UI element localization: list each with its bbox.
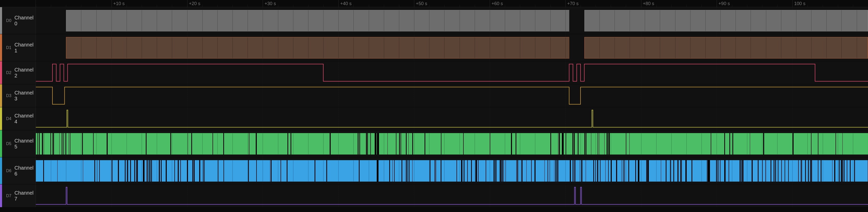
channel-label[interactable]: D0Channel 0 <box>0 7 36 34</box>
signal-transition <box>572 160 573 182</box>
signal-transition <box>57 160 58 182</box>
signal-transition <box>62 133 62 154</box>
signal-transition <box>821 160 822 182</box>
signal-transition <box>178 160 179 182</box>
signal-transition <box>436 160 436 182</box>
signal-transition <box>94 160 95 182</box>
signal-transition <box>549 160 550 182</box>
signal-transition <box>766 160 766 182</box>
signal-transition <box>425 133 426 154</box>
waveform-area[interactable] <box>36 184 868 207</box>
signal-transition <box>566 133 566 154</box>
signal-transition <box>661 160 661 182</box>
signal-transition <box>781 160 782 182</box>
signal-transition <box>686 160 686 182</box>
signal-transition <box>604 133 604 154</box>
waveform-area[interactable] <box>36 61 868 84</box>
channel-label[interactable]: D3Channel 3 <box>0 84 36 107</box>
signal-transition <box>471 160 472 182</box>
signal-transition <box>463 133 464 154</box>
channel-label[interactable]: D2Channel 2 <box>0 61 36 84</box>
ruler-ticks[interactable]: +10 s+20 s+30 s+40 s+50 s+60 s+70 s+80 s… <box>36 0 868 7</box>
signal-transition <box>597 160 598 182</box>
signal-transition <box>159 160 159 182</box>
channel-row[interactable]: D2Channel 2 <box>0 61 868 84</box>
waveform-area[interactable] <box>36 130 868 157</box>
signal-transition <box>476 160 477 182</box>
signal-transition <box>847 160 847 182</box>
signal-transition <box>370 133 371 154</box>
signal-transition <box>118 160 119 182</box>
signal-transition <box>170 133 172 154</box>
channel-label[interactable]: D1Channel 1 <box>0 34 36 61</box>
signal-transition <box>720 160 720 182</box>
signal-transition <box>191 133 192 154</box>
signal-transition <box>578 133 579 154</box>
channel-label[interactable]: D4Channel 4 <box>0 107 36 130</box>
waveform-area[interactable] <box>36 107 868 130</box>
signal-transition <box>223 160 224 182</box>
signal-transition <box>125 160 126 182</box>
signal-transition <box>707 160 707 182</box>
waveform-area[interactable] <box>36 7 868 34</box>
signal-transition <box>818 133 818 154</box>
signal-transition <box>461 160 462 182</box>
signal-transition <box>711 133 711 154</box>
signal-transition <box>534 160 535 182</box>
channel-color-bar <box>0 61 2 84</box>
channel-label[interactable]: D5Channel 5 <box>0 130 36 157</box>
signal-transition <box>718 160 718 182</box>
channel-row[interactable]: D0Channel 0 <box>0 7 868 34</box>
signal-transition <box>330 133 331 154</box>
signal-transition <box>599 133 599 154</box>
signal-transition <box>639 160 640 182</box>
waveform-area[interactable] <box>36 34 868 61</box>
ruler-tick: 100 s <box>792 0 805 7</box>
signal-transition <box>271 160 272 182</box>
channel-label[interactable]: D6Channel 6 <box>0 157 36 184</box>
signal-transition <box>256 133 257 154</box>
signal-transition <box>733 133 733 154</box>
ruler-tick: +80 s <box>641 0 654 7</box>
signal-transition <box>389 160 390 182</box>
channel-row[interactable]: D5Channel 5 <box>0 130 868 157</box>
signal-pulses <box>36 184 868 207</box>
signal-transition <box>574 133 575 154</box>
signal-transition <box>835 160 835 182</box>
signal-transition <box>127 160 128 182</box>
channel-label[interactable]: D7Channel 7 <box>0 184 36 207</box>
signal-transition <box>144 160 145 182</box>
signal-transition <box>545 160 545 182</box>
signal-transition <box>290 133 291 154</box>
waveform-area[interactable] <box>36 157 868 184</box>
signal-transition <box>53 133 53 154</box>
channel-color-bar <box>0 84 2 107</box>
channel-row[interactable]: D7Channel 7 <box>0 184 868 207</box>
time-ruler[interactable]: +10 s+20 s+30 s+40 s+50 s+60 s+70 s+80 s… <box>0 0 868 7</box>
channel-row[interactable]: D4Channel 4 <box>0 107 868 130</box>
signal-transition <box>681 160 682 182</box>
signal-transition <box>570 160 570 182</box>
signal-transition <box>147 160 147 182</box>
signal-transition <box>709 160 710 182</box>
signal-transition <box>608 160 609 182</box>
signal-transition <box>249 133 249 154</box>
signal-transition <box>99 160 100 182</box>
signal-transition <box>563 133 564 154</box>
signal-transition <box>673 160 674 182</box>
signal-transition <box>441 133 441 154</box>
waveform-area[interactable] <box>36 84 868 107</box>
signal-transition <box>556 160 557 182</box>
signal-transition <box>595 160 596 182</box>
signal-transition <box>112 160 113 182</box>
signal-transition <box>406 160 407 182</box>
signal-transition <box>742 160 743 182</box>
channels-container: D0Channel 0D1Channel 1D2Channel 2D3Chann… <box>0 7 868 207</box>
signal-transition <box>516 160 517 182</box>
channel-row[interactable]: D1Channel 1 <box>0 34 868 61</box>
channel-row[interactable]: D6Channel 6 <box>0 157 868 184</box>
channel-color-bar <box>0 34 2 61</box>
signal-transition <box>149 160 150 182</box>
channel-row[interactable]: D3Channel 3 <box>0 84 868 107</box>
signal-transition <box>377 160 378 182</box>
